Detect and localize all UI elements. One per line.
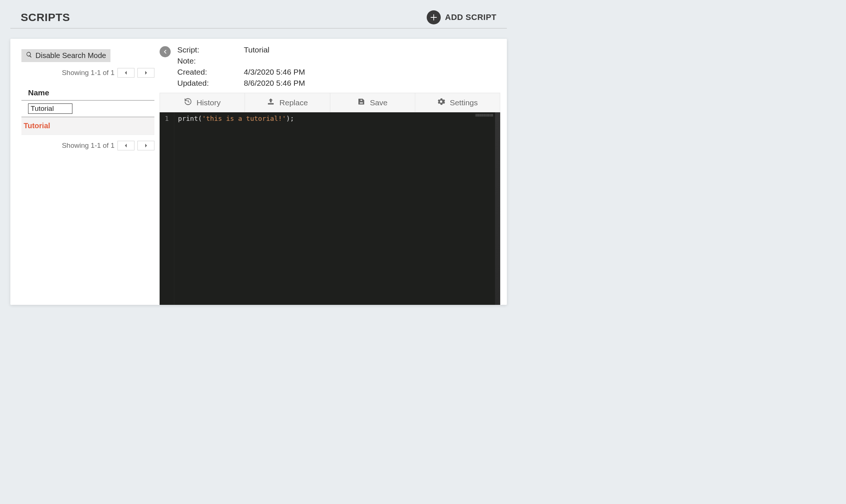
pager-top: Showing 1-1 of 1 [21, 68, 154, 78]
page-title: SCRIPTS [21, 11, 70, 24]
chevron-left-icon [162, 49, 168, 55]
page-header: SCRIPTS ADD SCRIPT [10, 0, 507, 28]
chevron-right-icon [144, 144, 148, 147]
meta-value-note [244, 57, 305, 65]
meta-value-created: 4/3/2020 5:46 PM [244, 68, 305, 76]
meta-label-script: Script: [177, 45, 244, 54]
add-script-button[interactable]: ADD SCRIPT [427, 10, 497, 24]
scripts-list-pane: Disable Search Mode Showing 1-1 of 1 Nam… [10, 45, 158, 305]
save-icon [357, 98, 365, 108]
editor-gutter: 1 [160, 112, 174, 305]
filter-row [21, 101, 154, 117]
replace-button[interactable]: Replace [245, 93, 330, 112]
meta-label-created: Created: [177, 68, 244, 76]
settings-button[interactable]: Settings [415, 93, 500, 112]
code-editor[interactable]: 1 print('this is a tutorial!'); │▌▌▌▌▌▌▌… [160, 112, 500, 305]
pager-next-button[interactable] [137, 68, 154, 78]
chevron-left-icon [124, 71, 128, 75]
list-item[interactable]: Tutorial [21, 117, 154, 135]
upload-icon [267, 98, 275, 108]
minimap: │▌▌▌▌▌▌▌▌▌▌▌▌▌▌ [475, 114, 494, 116]
code-line[interactable]: print('this is a tutorial!'); [174, 112, 298, 305]
settings-label: Settings [450, 98, 478, 107]
meta-label-updated: Updated: [177, 79, 244, 88]
pager-next-button-bottom[interactable] [137, 141, 154, 150]
line-number: 1 [165, 115, 169, 122]
script-detail-pane: Script: Tutorial Note: Created: 4/3/2020… [158, 45, 507, 305]
chevron-left-icon [124, 144, 128, 147]
scripts-panel: Disable Search Mode Showing 1-1 of 1 Nam… [10, 39, 507, 305]
history-label: History [197, 98, 221, 107]
disable-search-mode-label: Disable Search Mode [35, 51, 106, 60]
save-button[interactable]: Save [330, 93, 415, 112]
chevron-right-icon [144, 71, 148, 75]
showing-text-bottom: Showing 1-1 of 1 [62, 142, 115, 150]
pager-prev-button-bottom[interactable] [117, 141, 134, 150]
meta-label-note: Note: [177, 57, 244, 65]
add-script-label: ADD SCRIPT [445, 13, 497, 22]
editor-toolbar: History Replace Save [160, 93, 500, 112]
name-filter-input[interactable] [28, 103, 72, 114]
replace-label: Replace [279, 98, 308, 107]
history-button[interactable]: History [160, 93, 245, 112]
script-meta: Script: Tutorial Note: Created: 4/3/2020… [160, 45, 500, 93]
meta-value-updated: 8/6/2020 5:46 PM [244, 79, 305, 88]
search-icon [26, 51, 33, 60]
back-button[interactable] [160, 46, 171, 57]
history-icon [184, 98, 192, 108]
disable-search-mode-button[interactable]: Disable Search Mode [21, 49, 110, 62]
showing-text-top: Showing 1-1 of 1 [62, 69, 115, 77]
gear-icon [437, 98, 445, 108]
plus-icon [427, 10, 441, 24]
pager-bottom: Showing 1-1 of 1 [21, 141, 154, 150]
column-header-name[interactable]: Name [21, 85, 154, 101]
meta-value-script: Tutorial [244, 45, 305, 54]
pager-prev-button[interactable] [117, 68, 134, 78]
save-label: Save [370, 98, 388, 107]
